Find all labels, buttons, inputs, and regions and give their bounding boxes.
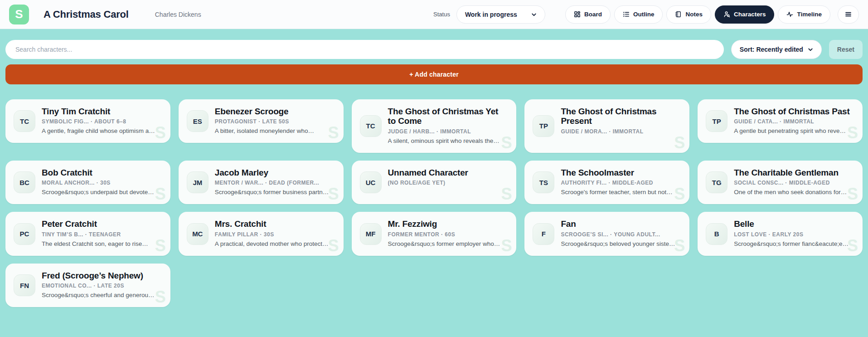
character-grid: TC Tiny Tim Cratchit SYMBOLIC FIG... · A… xyxy=(5,99,863,307)
tab-characters[interactable]: Characters xyxy=(715,5,775,24)
tab-timeline[interactable]: Timeline xyxy=(778,5,830,24)
character-role: MENTOR / WAR... · DEAD (FORMER... xyxy=(215,180,335,186)
character-name: The Ghost of Christmas Yet to Come xyxy=(388,107,509,126)
hamburger-menu-icon xyxy=(844,10,852,18)
character-avatar: B xyxy=(706,223,727,245)
character-name: Bob Cratchit xyxy=(42,168,162,177)
character-card-body: Jacob Marley MENTOR / WAR... · DEAD (FOR… xyxy=(215,168,335,197)
character-card[interactable]: F Fan SCROOGE’S SI... · YOUNG ADULT... S… xyxy=(524,212,689,255)
board-grid-icon xyxy=(574,11,581,18)
sort-value: Sort: Recently edited xyxy=(740,46,803,53)
character-card[interactable]: TC The Ghost of Christmas Yet to Come JU… xyxy=(352,99,517,153)
character-card-body: The Schoolmaster AUTHORITY FI... · MIDDL… xyxy=(561,168,681,197)
tab-board[interactable]: Board xyxy=(565,5,611,24)
character-name: Jacob Marley xyxy=(215,168,335,177)
character-card[interactable]: MF Mr. Fezziwig FORMER MENTOR · 60S Scro… xyxy=(352,212,517,255)
character-avatar: TC xyxy=(360,115,382,137)
character-description: A gentle but penetrating spirit who reve… xyxy=(734,127,854,136)
app-header: S A Christmas Carol Charles Dickens Stat… xyxy=(0,0,868,29)
character-avatar: MC xyxy=(187,223,209,245)
character-card-body: Belle LOST LOVE · EARLY 20S Scrooge&rsqu… xyxy=(734,219,854,248)
character-description: A practical, devoted mother who protect… xyxy=(215,240,335,249)
character-role: GUIDE / CATA... · IMMORTAL xyxy=(734,118,854,125)
character-card-body: Fan SCROOGE’S SI... · YOUNG ADULT... Scr… xyxy=(561,219,681,248)
character-card[interactable]: TP The Ghost of Christmas Present GUIDE … xyxy=(524,99,689,153)
character-description: A gentle, fragile child whose optimism a… xyxy=(42,127,162,136)
character-name: The Ghost of Christmas Past xyxy=(734,107,854,116)
character-role: EMOTIONAL CO... · LATE 20S xyxy=(42,283,162,289)
character-avatar: TP xyxy=(533,115,554,137)
character-avatar: TG xyxy=(706,171,727,193)
character-card[interactable]: TP The Ghost of Christmas Past GUIDE / C… xyxy=(698,99,863,143)
character-role: FORMER MENTOR · 60S xyxy=(388,231,509,238)
character-card[interactable]: TG The Charitable Gentleman SOCIAL CONSC… xyxy=(698,161,863,204)
status-value: Work in progress xyxy=(465,11,517,18)
character-name: Fan xyxy=(561,219,681,229)
character-role: SCROOGE’S SI... · YOUNG ADULT... xyxy=(561,231,681,238)
character-avatar: ES xyxy=(187,110,209,132)
character-description: Scrooge&rsquo;s former employer who… xyxy=(388,240,509,249)
character-name: Tiny Tim Cratchit xyxy=(42,107,162,116)
character-avatar: F xyxy=(533,223,554,245)
character-role: SOCIAL CONSC... · MIDDLE-AGED xyxy=(734,180,854,186)
character-avatar: UC xyxy=(360,171,382,193)
character-role: (NO ROLE/AGE YET) xyxy=(388,180,509,186)
tab-label: Notes xyxy=(685,11,703,18)
character-card-body: The Ghost of Christmas Present GUIDE / M… xyxy=(561,107,681,146)
character-description: A silent, ominous spirit who reveals the… xyxy=(388,137,509,146)
character-role: LOST LOVE · EARLY 20S xyxy=(734,231,854,238)
character-card-body: Peter Cratchit TINY TIM’S B... · TEENAGE… xyxy=(42,219,162,248)
menu-button[interactable] xyxy=(838,5,859,24)
character-name: Peter Cratchit xyxy=(42,219,162,229)
character-description: Scrooge&rsquo;s underpaid but devote… xyxy=(42,188,162,197)
tab-notes[interactable]: Notes xyxy=(666,5,711,24)
character-avatar: PC xyxy=(14,223,35,245)
character-name: The Charitable Gentleman xyxy=(734,168,854,177)
reset-button[interactable]: Reset xyxy=(829,40,863,59)
character-card-body: Fred (Scrooge’s Nephew) EMOTIONAL CO... … xyxy=(42,271,162,300)
app-logo-icon: S xyxy=(9,5,29,24)
character-description: The eldest Cratchit son, eager to rise… xyxy=(42,240,162,249)
add-character-button[interactable]: + Add character xyxy=(5,64,863,84)
character-description: A bitter, isolated moneylender who… xyxy=(215,127,335,136)
character-avatar: TP xyxy=(706,110,727,132)
character-description: One of the men who seek donations for… xyxy=(734,188,854,197)
character-role: AUTHORITY FI... · MIDDLE-AGED xyxy=(561,180,681,186)
character-card-body: The Charitable Gentleman SOCIAL CONSC...… xyxy=(734,168,854,197)
status-label: Status xyxy=(433,11,450,18)
character-avatar: TS xyxy=(533,171,554,193)
book-author: Charles Dickens xyxy=(155,11,201,18)
status-select[interactable]: Work in progress xyxy=(456,5,545,24)
character-card[interactable]: JM Jacob Marley MENTOR / WAR... · DEAD (… xyxy=(179,161,344,204)
character-card[interactable]: PC Peter Cratchit TINY TIM’S B... · TEEN… xyxy=(5,212,170,255)
character-card-body: The Ghost of Christmas Past GUIDE / CATA… xyxy=(734,107,854,136)
character-description: Scrooge&rsquo;s beloved younger siste… xyxy=(561,240,681,249)
characters-page: Sort: Recently edited Reset + Add charac… xyxy=(0,29,868,307)
notes-notebook-icon xyxy=(675,11,682,18)
character-name: Unnamed Character xyxy=(388,168,509,177)
character-card[interactable]: UC Unnamed Character (NO ROLE/AGE YET) S xyxy=(352,161,517,204)
character-role: FAMILY PILLAR · 30S xyxy=(215,231,335,238)
sort-select[interactable]: Sort: Recently edited xyxy=(731,40,822,59)
character-card[interactable]: MC Mrs. Cratchit FAMILY PILLAR · 30S A p… xyxy=(179,212,344,255)
character-name: Ebenezer Scrooge xyxy=(215,107,335,116)
tab-outline[interactable]: Outline xyxy=(614,5,663,24)
logo-letter: S xyxy=(15,7,23,21)
character-card[interactable]: ES Ebenezer Scrooge PROTAGONIST · LATE 5… xyxy=(179,99,344,143)
character-card[interactable]: B Belle LOST LOVE · EARLY 20S Scrooge&rs… xyxy=(698,212,863,255)
character-avatar: MF xyxy=(360,223,382,245)
character-avatar: JM xyxy=(187,171,209,193)
character-card-body: Ebenezer Scrooge PROTAGONIST · LATE 50S … xyxy=(215,107,335,136)
character-card[interactable]: FN Fred (Scrooge’s Nephew) EMOTIONAL CO.… xyxy=(5,264,170,307)
search-input[interactable] xyxy=(5,40,724,59)
character-role: SYMBOLIC FIG... · ABOUT 6–8 xyxy=(42,118,162,125)
character-name: Belle xyxy=(734,219,854,229)
character-avatar: FN xyxy=(14,274,35,296)
character-card[interactable]: TC Tiny Tim Cratchit SYMBOLIC FIG... · A… xyxy=(5,99,170,143)
character-card[interactable]: BC Bob Cratchit MORAL ANCHOR... · 30S Sc… xyxy=(5,161,170,204)
character-role: PROTAGONIST · LATE 50S xyxy=(215,118,335,125)
character-card[interactable]: TS The Schoolmaster AUTHORITY FI... · MI… xyxy=(524,161,689,204)
character-description: Scrooge's former teacher, stern but not… xyxy=(561,188,681,197)
character-role: JUDGE / HARB... · IMMORTAL xyxy=(388,128,509,135)
character-name: Mr. Fezziwig xyxy=(388,219,509,229)
